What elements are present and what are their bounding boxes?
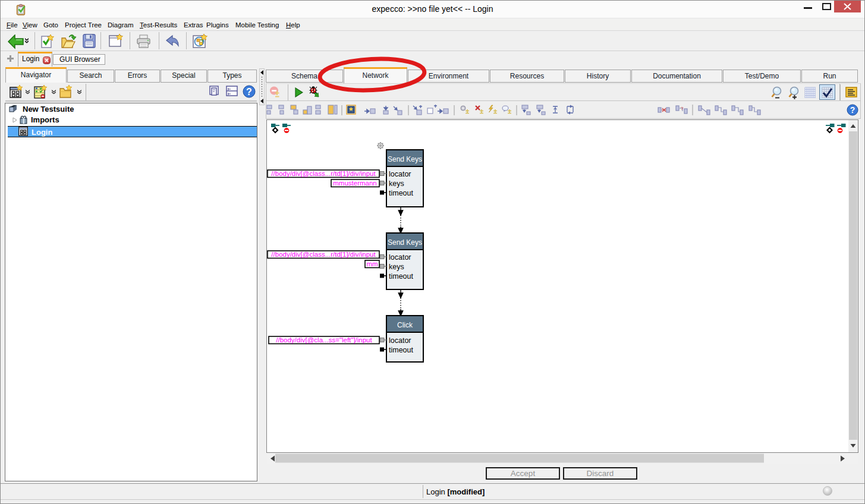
svg-text://body/div[@class...r/td[1]/di: //body/div[@class...r/td[1]/div/input	[271, 170, 376, 177]
svg-text://body/div[@class...r/td[1]/di: //body/div[@class...r/td[1]/div/input	[271, 251, 376, 258]
svg-text:Send Keys: Send Keys	[388, 155, 422, 163]
svg-text:timeout: timeout	[389, 346, 414, 354]
svg-text:timeout: timeout	[389, 272, 414, 281]
svg-text:?: ?	[246, 87, 252, 97]
svg-text:mmustermann: mmustermann	[333, 179, 377, 187]
svg-text:locator: locator	[389, 170, 411, 178]
svg-text:keys: keys	[389, 179, 404, 188]
svg-text://body/div[@cla...ss="left"]/i: //body/div[@cla...ss="left"]/input	[276, 336, 372, 344]
svg-text:locator: locator	[389, 336, 411, 345]
svg-text:locator: locator	[389, 253, 411, 262]
svg-text:timeout: timeout	[389, 189, 414, 197]
svg-text:keys: keys	[389, 263, 404, 271]
svg-text:Click: Click	[397, 321, 413, 329]
svg-text:mm: mm	[366, 260, 378, 267]
svg-text:?: ?	[681, 106, 684, 111]
svg-text:Send Keys: Send Keys	[388, 238, 422, 247]
svg-text:?: ?	[850, 105, 855, 115]
